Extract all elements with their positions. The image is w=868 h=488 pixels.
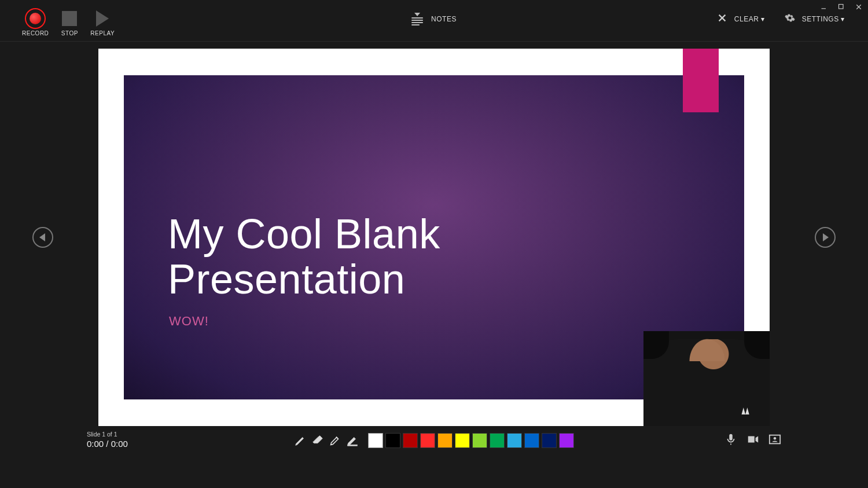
- highlighter-icon: [329, 434, 341, 447]
- close-icon: [717, 13, 727, 25]
- slide-counter: Slide 1 of 1: [87, 431, 128, 438]
- clear-label: CLEAR ▾: [734, 15, 765, 23]
- close-button[interactable]: [854, 2, 863, 12]
- slide-stage: My Cool Blank Presentation WOW!: [0, 42, 868, 433]
- slide-canvas[interactable]: My Cool Blank Presentation WOW!: [98, 49, 770, 426]
- color-swatch-9[interactable]: [524, 433, 539, 448]
- window-controls: [819, 2, 863, 12]
- svg-rect-1: [839, 5, 844, 9]
- color-swatch-0[interactable]: [368, 433, 383, 448]
- marker-tool[interactable]: [346, 434, 359, 447]
- minimize-button[interactable]: [819, 2, 829, 12]
- pen-tool[interactable]: [294, 434, 307, 447]
- chevron-right-icon: [823, 233, 829, 241]
- color-swatch-10[interactable]: [542, 433, 557, 448]
- eraser-tool[interactable]: [311, 434, 324, 447]
- color-swatch-4[interactable]: [437, 433, 453, 448]
- status-info: Slide 1 of 1 0:00 / 0:00: [87, 431, 128, 449]
- pen-icon: [294, 434, 307, 447]
- stop-icon: [62, 11, 77, 26]
- maximize-button[interactable]: [837, 2, 846, 12]
- svg-rect-2: [348, 445, 358, 446]
- eraser-icon: [311, 434, 324, 447]
- slide-title: My Cool Blank Presentation: [168, 212, 440, 302]
- notes-label: NOTES: [431, 15, 457, 23]
- slide-title-line2: Presentation: [168, 256, 405, 302]
- recording-timer: 0:00 / 0:00: [87, 439, 128, 449]
- annotation-tools: [294, 433, 574, 448]
- color-swatch-11[interactable]: [559, 433, 574, 448]
- color-swatch-8[interactable]: [507, 433, 522, 448]
- webcam-overlay[interactable]: [643, 331, 770, 426]
- svg-rect-0: [822, 8, 826, 9]
- svg-point-4: [774, 437, 777, 440]
- bottom-bar: Slide 1 of 1 0:00 / 0:00: [0, 434, 868, 455]
- slide-title-line1: My Cool Blank: [168, 211, 440, 257]
- stop-label: STOP: [61, 30, 78, 36]
- highlighter-tool[interactable]: [329, 434, 341, 447]
- microphone-toggle[interactable]: [724, 433, 737, 446]
- clear-dropdown[interactable]: CLEAR ▾: [717, 13, 765, 25]
- replay-label: REPLAY: [90, 30, 115, 36]
- slide-subtitle: WOW!: [169, 314, 209, 329]
- notes-toggle[interactable]: NOTES: [411, 13, 457, 25]
- settings-dropdown[interactable]: SETTINGS ▾: [785, 13, 845, 25]
- pip-toggle[interactable]: [768, 433, 781, 446]
- stop-button[interactable]: STOP: [59, 8, 80, 36]
- color-swatch-2[interactable]: [403, 433, 418, 448]
- replay-button[interactable]: REPLAY: [90, 8, 115, 36]
- color-swatch-3[interactable]: [420, 433, 435, 448]
- color-swatch-5[interactable]: [455, 433, 470, 448]
- video-camera-icon: [746, 433, 759, 446]
- color-swatch-6[interactable]: [472, 433, 487, 448]
- camera-toggle[interactable]: [746, 433, 759, 446]
- record-button[interactable]: RECORD: [22, 8, 49, 36]
- previous-slide-button[interactable]: [32, 227, 53, 248]
- color-swatch-1[interactable]: [385, 433, 400, 448]
- toolbar-right: CLEAR ▾ SETTINGS ▾: [717, 13, 845, 25]
- media-toggles: [724, 433, 781, 446]
- record-label: RECORD: [22, 30, 49, 36]
- recording-controls: RECORD STOP REPLAY: [22, 8, 125, 36]
- color-swatches: [368, 433, 574, 448]
- next-slide-button[interactable]: [815, 227, 836, 248]
- gear-icon: [785, 13, 795, 25]
- play-icon: [96, 10, 109, 27]
- pip-user-icon: [768, 433, 781, 446]
- microphone-icon: [724, 433, 737, 446]
- color-swatch-7[interactable]: [490, 433, 505, 448]
- settings-label: SETTINGS ▾: [802, 15, 845, 23]
- chevron-left-icon: [39, 233, 45, 241]
- top-toolbar: RECORD STOP REPLAY NOTES CLEAR ▾ S: [0, 0, 868, 42]
- marker-icon: [346, 434, 359, 447]
- record-icon: [25, 8, 46, 29]
- notes-icon: [411, 13, 423, 25]
- slide-ribbon-accent: [683, 49, 719, 112]
